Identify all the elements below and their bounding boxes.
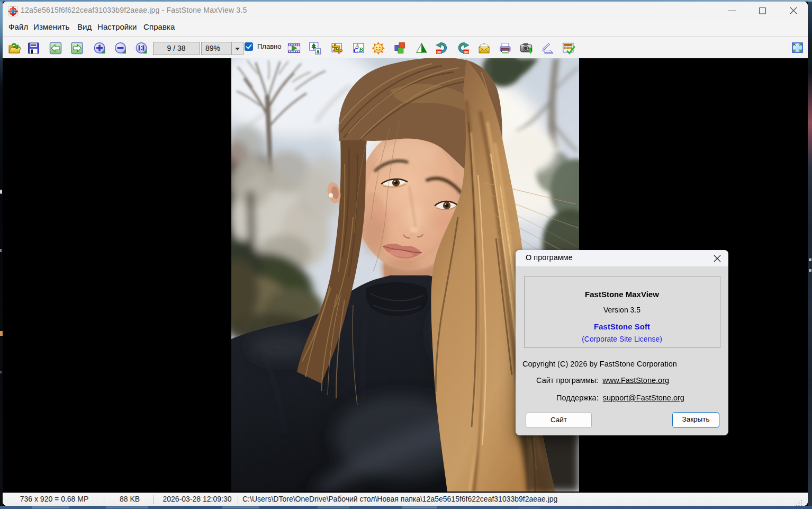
svg-text:90: 90 — [464, 50, 468, 55]
svg-text:B: B — [358, 46, 363, 53]
svg-text:90: 90 — [437, 50, 441, 55]
svg-text:C: C — [354, 46, 358, 54]
